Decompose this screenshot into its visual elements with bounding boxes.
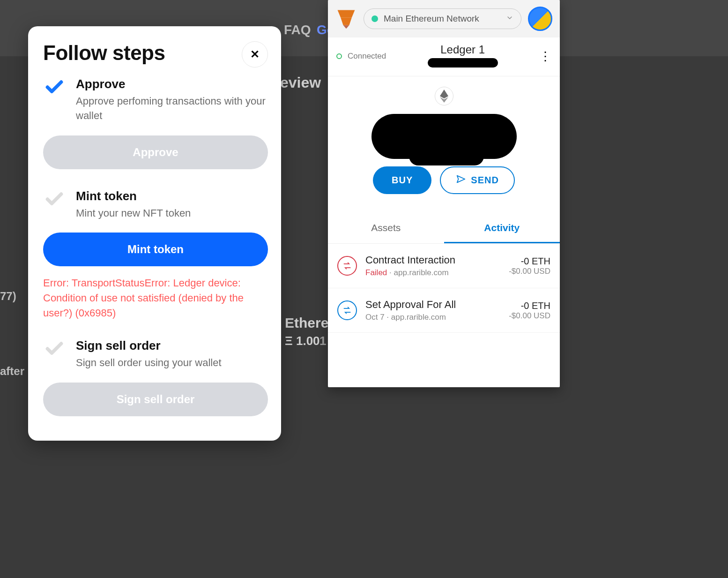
step-title: Sign sell order [76,338,268,353]
svg-marker-3 [440,90,448,98]
bg-after: after [0,365,24,378]
activity-title: Contract Interaction [365,254,500,266]
balance-redacted [371,114,517,159]
activity-item[interactable]: Set Approval For All Oct 7 · app.rarible… [328,288,560,333]
bg-price: Ξ 1.00 [285,334,320,348]
network-status-icon [371,15,378,22]
buy-button[interactable]: BUY [373,166,431,194]
mm-account-row: Connected Ledger 1 ⋮ [328,38,560,76]
network-name: Main Ethereum Network [384,14,500,24]
follow-steps-modal: Follow steps ✕ Approve Approve perfoming… [28,26,281,441]
mint-button[interactable]: Mint token [43,233,268,266]
send-label: SEND [471,175,499,186]
step-sign: Sign sell order Sign sell order using yo… [43,338,268,370]
approve-button[interactable]: Approve [43,135,268,169]
activity-amount: -0 ETH [509,256,550,267]
sign-button[interactable]: Sign sell order [43,383,268,416]
tab-activity[interactable]: Activity [444,214,560,243]
tab-assets[interactable]: Assets [328,214,444,243]
bg-faq: FAQ [284,23,311,38]
check-icon [43,77,66,123]
network-selector[interactable]: Main Ethereum Network [364,8,521,29]
mm-header: Main Ethereum Network [328,0,560,38]
check-icon [43,189,66,221]
balance-area: BUY SEND [328,76,560,203]
activity-list[interactable]: Contract Interaction Failed · app.raribl… [328,244,560,387]
step-mint: Mint token Mint your new NFT token [43,189,268,221]
mm-tabs: Assets Activity [328,214,560,244]
account-menu-button[interactable]: ⋮ [539,50,551,62]
activity-title: Set Approval For All [365,299,500,311]
metamask-popup: Main Ethereum Network Connected Ledger 1… [328,0,560,387]
connected-label: Connected [348,52,386,61]
connected-status-icon [336,53,342,59]
check-icon [43,338,66,370]
modal-title: Follow steps [43,41,165,65]
account-info[interactable]: Ledger 1 [392,43,534,69]
activity-usd: -$0.00 USD [509,267,550,276]
swap-icon [337,256,357,276]
eth-icon [435,87,453,105]
activity-sub: Oct 7 · app.rarible.com [365,313,500,322]
mint-error: Error: TransportStatusError: Ledger devi… [43,276,268,321]
account-name: Ledger 1 [392,43,534,56]
step-title: Mint token [76,189,268,203]
swap-icon [337,300,357,320]
step-approve: Approve Approve perfoming transactions w… [43,77,268,123]
svg-marker-2 [343,25,349,29]
bg-77: 77) [0,290,16,303]
metamask-logo-icon [335,8,357,30]
close-icon: ✕ [250,48,260,61]
step-title: Approve [76,77,268,91]
step-desc: Mint your new NFT token [76,206,268,221]
send-button[interactable]: SEND [440,166,515,194]
chevron-down-icon [506,14,513,23]
activity-item[interactable]: Contract Interaction Failed · app.raribl… [328,244,560,288]
account-address-redacted [428,58,498,68]
close-button[interactable]: ✕ [242,41,268,68]
step-desc: Approve perfoming transactions with your… [76,94,268,123]
activity-usd: -$0.00 USD [509,311,550,321]
account-avatar[interactable] [528,7,552,31]
activity-sub: Failed · app.rarible.com [365,268,500,278]
svg-marker-0 [338,10,355,18]
svg-marker-1 [341,17,352,25]
send-icon [456,174,466,187]
modal-scroll[interactable]: Follow steps ✕ Approve Approve perfoming… [28,26,281,441]
step-desc: Sign sell order using your wallet [76,356,268,370]
bg-review: eview [280,74,321,91]
bg-one: 1 [319,334,326,348]
activity-amount: -0 ETH [509,300,550,311]
